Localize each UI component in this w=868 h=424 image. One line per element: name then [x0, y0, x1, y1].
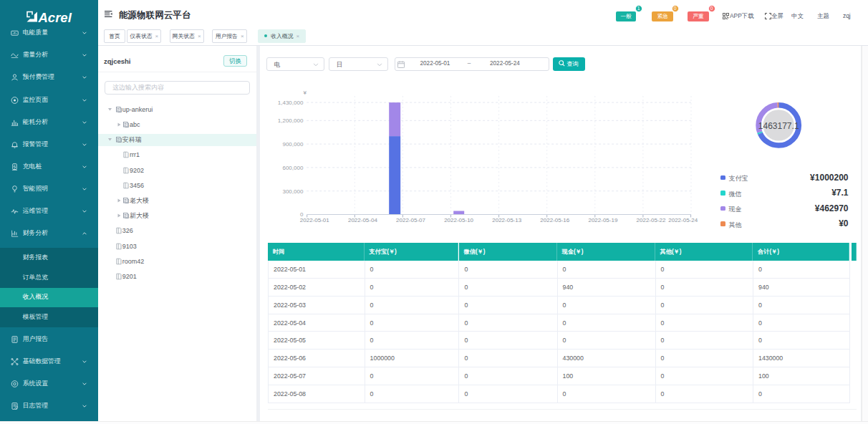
- svg-text:900,000: 900,000: [282, 141, 303, 148]
- svg-text:2022-05-10: 2022-05-10: [444, 217, 473, 223]
- svg-text:2022-05-01: 2022-05-01: [300, 217, 329, 223]
- svg-text:2022-05-13: 2022-05-13: [492, 217, 521, 223]
- svg-text:2022-05-24: 2022-05-24: [668, 217, 698, 223]
- svg-text:1,200,000: 1,200,000: [278, 117, 304, 124]
- svg-text:2022-05-16: 2022-05-16: [540, 217, 569, 223]
- svg-text:¥: ¥: [303, 90, 307, 96]
- svg-text:300,000: 300,000: [282, 188, 303, 195]
- svg-text:2022-05-04: 2022-05-04: [348, 217, 377, 223]
- svg-text:1463177.1: 1463177.1: [758, 121, 799, 131]
- svg-text:2022-05-22: 2022-05-22: [637, 217, 666, 223]
- svg-text:Acrel: Acrel: [38, 11, 72, 23]
- svg-text:1,430,000: 1,430,000: [278, 100, 304, 106]
- svg-text:2022-05-19: 2022-05-19: [588, 217, 617, 223]
- svg-text:2022-05-07: 2022-05-07: [396, 217, 425, 223]
- svg-text:600,000: 600,000: [282, 165, 303, 171]
